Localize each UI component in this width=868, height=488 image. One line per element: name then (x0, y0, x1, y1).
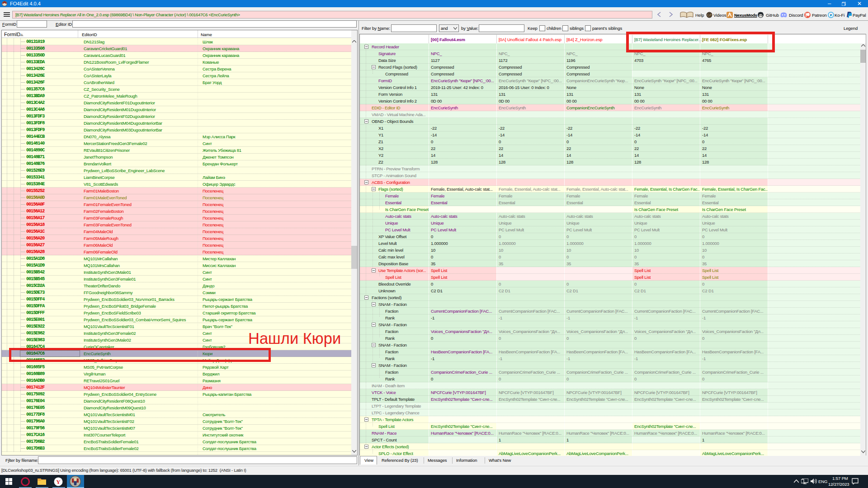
svg-text:Y: Y (56, 479, 61, 485)
svg-text:GP: GP (707, 14, 712, 17)
